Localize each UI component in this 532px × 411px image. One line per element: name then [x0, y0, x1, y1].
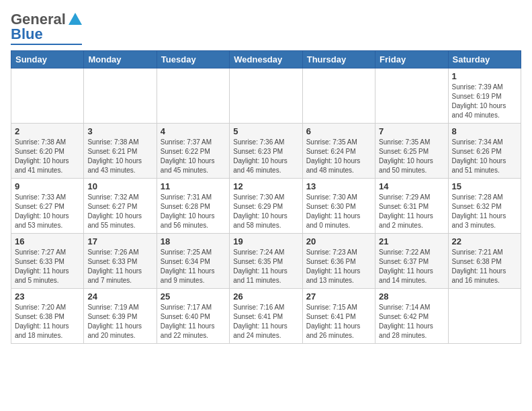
day-info: Sunrise: 7:30 AM Sunset: 6:29 PM Dayligh… [233, 193, 298, 230]
calendar-day-cell: 14Sunrise: 7:29 AM Sunset: 6:31 PM Dayli… [375, 179, 448, 234]
calendar-day-cell: 11Sunrise: 7:31 AM Sunset: 6:28 PM Dayli… [157, 179, 229, 234]
day-info: Sunrise: 7:24 AM Sunset: 6:35 PM Dayligh… [233, 248, 298, 285]
day-info: Sunrise: 7:21 AM Sunset: 6:38 PM Dayligh… [452, 248, 517, 285]
day-of-week-header: Wednesday [230, 51, 302, 68]
day-info: Sunrise: 7:32 AM Sunset: 6:27 PM Dayligh… [87, 193, 152, 230]
day-info: Sunrise: 7:16 AM Sunset: 6:41 PM Dayligh… [233, 303, 298, 340]
calendar-day-cell: 13Sunrise: 7:30 AM Sunset: 6:30 PM Dayli… [302, 179, 375, 234]
calendar-week-row: 2Sunrise: 7:38 AM Sunset: 6:20 PM Daylig… [11, 124, 521, 179]
day-number: 21 [379, 236, 444, 246]
day-info: Sunrise: 7:38 AM Sunset: 6:20 PM Dayligh… [15, 138, 80, 175]
logo-underline [11, 44, 82, 45]
calendar-day-cell: 12Sunrise: 7:30 AM Sunset: 6:29 PM Dayli… [230, 179, 302, 234]
calendar-day-cell: 9Sunrise: 7:33 AM Sunset: 6:27 PM Daylig… [11, 179, 84, 234]
calendar-day-cell [448, 289, 521, 344]
calendar-day-cell: 1Sunrise: 7:39 AM Sunset: 6:19 PM Daylig… [448, 68, 521, 124]
day-info: Sunrise: 7:25 AM Sunset: 6:34 PM Dayligh… [161, 248, 226, 285]
day-of-week-header: Tuesday [157, 51, 229, 68]
day-number: 20 [306, 236, 371, 246]
day-of-week-header: Monday [84, 51, 157, 68]
day-info: Sunrise: 7:38 AM Sunset: 6:21 PM Dayligh… [87, 138, 152, 175]
day-number: 6 [306, 126, 371, 136]
calendar-day-cell [302, 68, 375, 124]
calendar-week-row: 1Sunrise: 7:39 AM Sunset: 6:19 PM Daylig… [11, 68, 521, 124]
day-number: 19 [233, 236, 298, 246]
calendar-day-cell: 20Sunrise: 7:23 AM Sunset: 6:36 PM Dayli… [302, 234, 375, 289]
day-number: 25 [161, 291, 226, 302]
calendar-day-cell: 16Sunrise: 7:27 AM Sunset: 6:33 PM Dayli… [11, 234, 84, 289]
day-number: 18 [161, 236, 226, 246]
day-number: 13 [306, 181, 371, 191]
day-info: Sunrise: 7:30 AM Sunset: 6:30 PM Dayligh… [306, 193, 371, 230]
day-number: 1 [452, 71, 517, 81]
calendar-week-row: 9Sunrise: 7:33 AM Sunset: 6:27 PM Daylig… [11, 179, 521, 234]
calendar-day-cell [375, 68, 448, 124]
calendar-day-cell: 21Sunrise: 7:22 AM Sunset: 6:37 PM Dayli… [375, 234, 448, 289]
day-number: 4 [161, 126, 226, 136]
day-of-week-header: Saturday [448, 51, 521, 68]
calendar-day-cell: 25Sunrise: 7:17 AM Sunset: 6:40 PM Dayli… [157, 289, 229, 344]
logo-triangle-icon [69, 13, 82, 25]
calendar-table: SundayMondayTuesdayWednesdayThursdayFrid… [11, 50, 521, 344]
calendar-day-cell [157, 68, 229, 124]
calendar-week-row: 16Sunrise: 7:27 AM Sunset: 6:33 PM Dayli… [11, 234, 521, 289]
calendar-day-cell: 8Sunrise: 7:34 AM Sunset: 6:26 PM Daylig… [448, 124, 521, 179]
calendar-day-cell: 2Sunrise: 7:38 AM Sunset: 6:20 PM Daylig… [11, 124, 84, 179]
day-info: Sunrise: 7:23 AM Sunset: 6:36 PM Dayligh… [306, 248, 371, 285]
day-number: 11 [161, 181, 226, 191]
day-info: Sunrise: 7:17 AM Sunset: 6:40 PM Dayligh… [161, 303, 226, 340]
day-number: 22 [452, 236, 517, 246]
day-info: Sunrise: 7:36 AM Sunset: 6:23 PM Dayligh… [233, 138, 298, 175]
day-number: 26 [233, 291, 298, 302]
logo-blue-text: Blue [11, 26, 43, 43]
calendar-day-cell: 27Sunrise: 7:15 AM Sunset: 6:41 PM Dayli… [302, 289, 375, 344]
day-info: Sunrise: 7:28 AM Sunset: 6:32 PM Dayligh… [452, 193, 517, 230]
day-number: 8 [452, 126, 517, 136]
day-info: Sunrise: 7:22 AM Sunset: 6:37 PM Dayligh… [379, 248, 444, 285]
day-number: 23 [15, 291, 80, 302]
calendar-body: 1Sunrise: 7:39 AM Sunset: 6:19 PM Daylig… [11, 68, 521, 344]
calendar-header: SundayMondayTuesdayWednesdayThursdayFrid… [11, 51, 521, 68]
day-info: Sunrise: 7:34 AM Sunset: 6:26 PM Dayligh… [452, 138, 517, 175]
day-number: 17 [87, 236, 152, 246]
calendar-day-cell [84, 68, 157, 124]
calendar-day-cell: 19Sunrise: 7:24 AM Sunset: 6:35 PM Dayli… [230, 234, 302, 289]
day-number: 7 [379, 126, 444, 136]
calendar-day-cell: 7Sunrise: 7:35 AM Sunset: 6:25 PM Daylig… [375, 124, 448, 179]
calendar-day-cell: 28Sunrise: 7:14 AM Sunset: 6:42 PM Dayli… [375, 289, 448, 344]
day-info: Sunrise: 7:26 AM Sunset: 6:33 PM Dayligh… [87, 248, 152, 285]
calendar-header-row: SundayMondayTuesdayWednesdayThursdayFrid… [11, 51, 521, 68]
day-info: Sunrise: 7:35 AM Sunset: 6:24 PM Dayligh… [306, 138, 371, 175]
day-info: Sunrise: 7:14 AM Sunset: 6:42 PM Dayligh… [379, 303, 444, 340]
calendar-day-cell: 15Sunrise: 7:28 AM Sunset: 6:32 PM Dayli… [448, 179, 521, 234]
calendar-day-cell: 3Sunrise: 7:38 AM Sunset: 6:21 PM Daylig… [84, 124, 157, 179]
day-number: 14 [379, 181, 444, 191]
day-info: Sunrise: 7:15 AM Sunset: 6:41 PM Dayligh… [306, 303, 371, 340]
calendar-day-cell: 18Sunrise: 7:25 AM Sunset: 6:34 PM Dayli… [157, 234, 229, 289]
day-number: 12 [233, 181, 298, 191]
day-info: Sunrise: 7:35 AM Sunset: 6:25 PM Dayligh… [379, 138, 444, 175]
calendar-day-cell: 4Sunrise: 7:37 AM Sunset: 6:22 PM Daylig… [157, 124, 229, 179]
day-number: 24 [87, 291, 152, 302]
day-of-week-header: Friday [375, 51, 448, 68]
day-number: 16 [15, 236, 80, 246]
calendar-day-cell: 26Sunrise: 7:16 AM Sunset: 6:41 PM Dayli… [230, 289, 302, 344]
day-info: Sunrise: 7:20 AM Sunset: 6:38 PM Dayligh… [15, 303, 80, 340]
calendar-day-cell: 10Sunrise: 7:32 AM Sunset: 6:27 PM Dayli… [84, 179, 157, 234]
calendar-day-cell: 22Sunrise: 7:21 AM Sunset: 6:38 PM Dayli… [448, 234, 521, 289]
calendar-day-cell [11, 68, 84, 124]
day-number: 10 [87, 181, 152, 191]
calendar-day-cell: 6Sunrise: 7:35 AM Sunset: 6:24 PM Daylig… [302, 124, 375, 179]
day-info: Sunrise: 7:31 AM Sunset: 6:28 PM Dayligh… [161, 193, 226, 230]
calendar-day-cell: 5Sunrise: 7:36 AM Sunset: 6:23 PM Daylig… [230, 124, 302, 179]
day-number: 5 [233, 126, 298, 136]
day-info: Sunrise: 7:27 AM Sunset: 6:33 PM Dayligh… [15, 248, 80, 285]
day-number: 2 [15, 126, 80, 136]
day-number: 9 [15, 181, 80, 191]
day-info: Sunrise: 7:19 AM Sunset: 6:39 PM Dayligh… [87, 303, 152, 340]
day-of-week-header: Sunday [11, 51, 84, 68]
day-number: 28 [379, 291, 444, 302]
day-info: Sunrise: 7:39 AM Sunset: 6:19 PM Dayligh… [452, 83, 517, 120]
calendar-day-cell: 24Sunrise: 7:19 AM Sunset: 6:39 PM Dayli… [84, 289, 157, 344]
day-number: 27 [306, 291, 371, 302]
